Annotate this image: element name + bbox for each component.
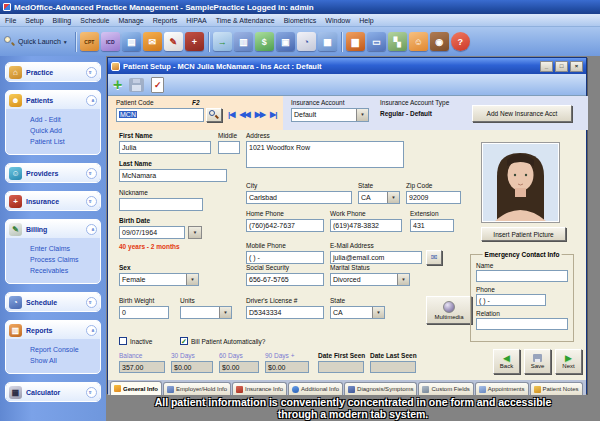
cpt-codes-icon[interactable]: CPT (80, 32, 99, 51)
sidebar-header-practice[interactable]: ⌂ Practice » (6, 63, 100, 81)
inactive-checkbox[interactable]: Inactive (119, 337, 152, 345)
chevron-down-icon[interactable]: » (86, 387, 97, 398)
sidebar-item-enter-claims[interactable]: Enter Claims (30, 245, 100, 252)
extension-input[interactable]: 431 (410, 219, 454, 232)
sidebar-item-report-console[interactable]: Report Console (30, 346, 100, 353)
add-patient-icon[interactable]: + (113, 77, 122, 93)
tab-additional-info[interactable]: Additional Info (288, 382, 343, 395)
sidebar-item-show-all[interactable]: Show All (30, 357, 100, 364)
chevron-down-icon[interactable]: » (86, 67, 97, 78)
transport-icon[interactable]: ▣ (276, 32, 295, 51)
sidebar-header-billing[interactable]: ✎ Billing » (6, 220, 100, 238)
sidebar-header-insurance[interactable]: + Insurance » (6, 192, 100, 210)
sidebar-item-receivables[interactable]: Receivables (30, 267, 100, 274)
menu-hipaa[interactable]: HIPAA (186, 17, 207, 24)
emergency-phone-input[interactable]: ( ) - (476, 294, 546, 306)
menu-manage[interactable]: Manage (118, 17, 143, 24)
sidebar-item-patient-list[interactable]: Patient List (30, 138, 100, 145)
chevron-down-icon[interactable]: » (86, 297, 97, 308)
chevron-down-icon[interactable]: » (86, 196, 97, 207)
icd-codes-icon[interactable]: ICD (101, 32, 120, 51)
sidebar-item-process-claims[interactable]: Process Claims (30, 256, 100, 263)
tab-patient-notes[interactable]: Patient Notes (530, 382, 583, 395)
menu-file[interactable]: File (5, 17, 16, 24)
tab-diagnosis-symptoms[interactable]: Diagnosis/Symptoms (344, 382, 417, 395)
insert-patient-picture-button[interactable]: Insert Patient Picture (481, 227, 566, 241)
patient-referral-icon[interactable]: → (213, 32, 232, 51)
birth-weight-input[interactable]: 0 (119, 306, 169, 319)
user-edit-icon[interactable]: ☺ (409, 32, 428, 51)
dl-state-select[interactable]: CA ▼ (330, 306, 385, 319)
nickname-input[interactable] (119, 198, 203, 211)
last-name-input[interactable]: McNamara (119, 169, 227, 182)
statements-icon[interactable]: $ (255, 32, 274, 51)
chevron-down-icon[interactable]: » (86, 168, 97, 179)
home-phone-input[interactable]: (760)642-7637 (246, 219, 324, 232)
patient-record-icon[interactable]: ▤ (122, 32, 141, 51)
chevron-up-icon[interactable]: » (86, 224, 97, 235)
emergency-name-input[interactable] (476, 270, 568, 282)
menu-window[interactable]: Window (325, 17, 350, 24)
sidebar-header-reports[interactable]: ▥ Reports » (6, 321, 100, 339)
quick-launch-dropdown-icon[interactable]: ▼ (63, 39, 68, 45)
network-users-icon[interactable]: ▚ (388, 32, 407, 51)
menu-reports[interactable]: Reports (153, 17, 178, 24)
insurance-account-select[interactable]: Default ▼ (291, 108, 369, 122)
reports-chart-icon[interactable]: ▆ (346, 32, 365, 51)
tab-general-info[interactable]: General Info (110, 381, 162, 395)
city-input[interactable]: Carlsbad (246, 191, 352, 204)
sex-select[interactable]: Female ▼ (119, 273, 199, 286)
close-button[interactable]: × (570, 61, 583, 72)
nav-prev-button[interactable]: ◀◀ (239, 110, 249, 119)
time-report-icon[interactable]: ◔ (297, 32, 316, 51)
ssn-input[interactable]: 656-67-5765 (246, 273, 324, 286)
sidebar-item-add-edit[interactable]: Add - Edit (30, 116, 100, 123)
tab-appointments[interactable]: Appointments (475, 382, 529, 395)
birth-date-dropdown-button[interactable]: ▼ (188, 226, 202, 239)
sidebar-header-schedule[interactable]: ◔ Schedule » (6, 293, 100, 311)
messages-icon[interactable]: ✉ (143, 32, 162, 51)
menu-biometrics[interactable]: Biometrics (284, 17, 317, 24)
help-icon[interactable]: ? (451, 32, 470, 51)
patient-search-button[interactable] (206, 108, 222, 122)
chevron-up-icon[interactable]: » (86, 325, 97, 336)
menu-help[interactable]: Help (359, 17, 373, 24)
state-select[interactable]: CA ▼ (358, 191, 400, 204)
sidebar-header-calculator[interactable]: ▦ Calculator » (6, 383, 100, 401)
nav-last-button[interactable]: ▶| (270, 110, 276, 119)
emergency-relation-input[interactable] (476, 318, 568, 330)
tab-insurance-info[interactable]: Insurance Info (232, 382, 287, 395)
menu-time-attendance[interactable]: Time & Attendance (216, 17, 275, 24)
menu-billing[interactable]: Billing (53, 17, 72, 24)
search-icon[interactable] (4, 36, 15, 47)
email-input[interactable]: julia@email.com (330, 251, 422, 264)
maximize-button[interactable]: □ (555, 61, 568, 72)
back-button[interactable]: ◀ Back (493, 349, 520, 374)
biometrics-icon[interactable]: ◉ (430, 32, 449, 51)
first-name-input[interactable]: Julia (119, 141, 211, 154)
sidebar-item-quick-add[interactable]: Quick Add (30, 127, 100, 134)
quick-launch-label[interactable]: Quick Launch (18, 38, 61, 45)
nav-next-button[interactable]: ▶▶ (255, 110, 265, 119)
send-email-button[interactable]: ✉ (426, 250, 442, 265)
marital-status-select[interactable]: Divorced ▼ (330, 273, 410, 286)
nav-first-button[interactable]: |◀ (228, 110, 234, 119)
units-select[interactable]: ▼ (180, 306, 232, 319)
schedule-grid-icon[interactable]: ▦ (318, 32, 337, 51)
menu-schedule[interactable]: Schedule (80, 17, 109, 24)
menu-setup[interactable]: Setup (25, 17, 43, 24)
charting-icon[interactable]: ✎ (164, 32, 183, 51)
birth-date-input[interactable]: 09/07/1964 (119, 226, 185, 239)
minimize-button[interactable]: _ (540, 61, 553, 72)
bill-automatically-checkbox[interactable]: ✓ Bill Patient Automatically? (180, 337, 265, 345)
workstation-icon[interactable]: ▭ (367, 32, 386, 51)
next-button[interactable]: ▶ Next (555, 349, 582, 374)
save-button[interactable]: Save (524, 349, 551, 374)
drivers-license-input[interactable]: D5343334 (246, 306, 324, 319)
middle-input[interactable] (218, 141, 240, 154)
add-insurance-acct-button[interactable]: Add New Insurance Acct (472, 105, 572, 122)
save-icon[interactable] (129, 78, 144, 92)
chevron-up-icon[interactable]: » (86, 95, 97, 106)
address-input[interactable]: 1021 Woodfox Row (246, 141, 404, 168)
tasks-icon[interactable]: ✓ (151, 77, 164, 93)
